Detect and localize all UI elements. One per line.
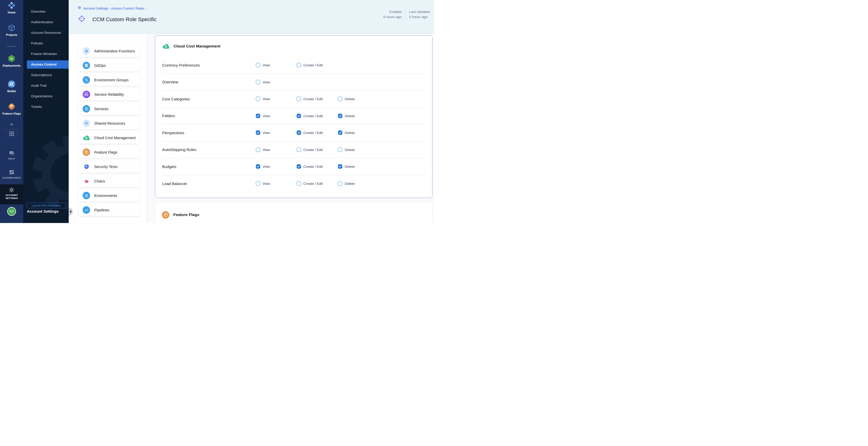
checkbox-autostopping-rules-delete[interactable] [338,148,342,152]
checkbox-load-balancer-delete[interactable] [338,182,342,186]
sidebar-item-organizations[interactable]: Organizations [23,91,69,101]
chaos-arrows-icon [83,177,90,185]
sidebar-item-policies[interactable]: Policies [23,38,69,49]
rail-item-feature-flags[interactable]: Feature Flags [0,102,23,115]
sidebar-item-audit-trail[interactable]: Audit Trail [23,80,69,91]
checkbox-cost-categories-delete[interactable] [338,97,342,101]
permission-load-balancer-delete: Delete [338,182,355,186]
launch-first-generation-button[interactable]: Launch First Generation [27,202,66,208]
flag-circle-icon [162,211,169,219]
resource-card-pipelines[interactable]: Pipelines [78,204,140,216]
resource-card-services[interactable]: Services [78,103,140,115]
hexagon-infinity-icon: ∞ [0,54,23,63]
resource-card-security-tests[interactable]: Security Tests [78,161,140,173]
svg-text:?: ? [10,151,12,154]
last-updated-label: Last Updated [409,9,430,14]
checkbox-folders-view[interactable] [256,114,260,118]
rail-item-builds[interactable]: Builds [0,79,23,93]
checkbox-budgets-view[interactable] [256,164,260,169]
checkbox-currency-preferences-view[interactable] [256,63,260,67]
checkbox-overview-view[interactable] [256,80,260,84]
permission-budgets-delete: Delete [338,164,355,169]
rail-item-home[interactable]: Home [0,1,23,14]
resource-card-cloud-cost-management[interactable]: $Cloud Cost Management [78,132,140,144]
permission-autostopping-rules-delete: Delete [338,148,355,152]
permission-row-perspectives: PerspectivesViewCreate / EditDelete [162,124,425,141]
checkbox-load-balancer-create-edit[interactable] [297,182,301,186]
apps-waffle-button[interactable] [6,131,17,137]
settings-sidebar: OverviewAuthenticationAccount ResourcesP… [23,0,69,223]
rail-item-help[interactable]: ?HELP [0,150,23,160]
gitops-cube-icon [83,62,90,69]
last-updated-value: 5 hours ago [409,14,430,20]
target-crosshair-icon [78,15,86,24]
breadcrumb-separator: › [144,7,146,10]
resource-card-feature-flags[interactable]: Feature Flags [78,146,140,158]
sidebar-item-authentication[interactable]: Authentication [23,17,69,27]
avatar[interactable]: CJ [7,207,16,216]
resource-card-shared-resources[interactable]: Shared Resources [78,117,140,129]
permission-row-currency-preferences: Currency PreferencesViewCreate / Edit [162,57,425,74]
permission-load-balancer-create-edit: Create / Edit [297,182,323,186]
svg-text:∞: ∞ [10,57,13,61]
checkbox-cost-categories-create-edit[interactable] [297,97,301,101]
sidebar-item-tickets[interactable]: Tickets [23,101,69,112]
permission-cost-categories-view: View [256,97,270,101]
checkbox-load-balancer-view[interactable] [256,182,260,186]
checkbox-autostopping-rules-view[interactable] [256,148,260,152]
chevron-down-icon[interactable] [9,124,14,126]
rail-section-divider [0,129,23,129]
checkbox-perspectives-delete[interactable] [338,131,342,135]
sidebar-item-access-control[interactable]: Access Control [27,60,69,69]
permission-budgets-create-edit: Create / Edit [297,164,323,169]
checkbox-autostopping-rules-create-edit[interactable] [297,148,301,152]
compass-search-icon [0,79,23,89]
breadcrumb-link-account-settings[interactable]: Account Settings [83,6,108,10]
checkbox-folders-create-edit[interactable] [297,114,301,118]
cube-icon [0,23,23,33]
permission-row-overview: OverviewView [162,74,425,91]
rail-item-projects[interactable]: Projects [0,23,23,36]
checkbox-cost-categories-view[interactable] [256,97,260,101]
permissions-panel: $ Cloud Cost Management Currency Prefere… [155,35,432,198]
checkbox-budgets-delete[interactable] [338,164,342,169]
gear-icon [78,6,81,10]
resource-card-gitops[interactable]: GitOps [78,59,140,71]
resource-nav-column: Administrative FunctionsGitOpsEnvironmen… [69,34,147,223]
resource-card-administrative-functions[interactable]: Administrative Functions [78,45,140,57]
permission-folders-create-edit: Create / Edit [297,114,323,118]
checkbox-budgets-create-edit[interactable] [297,164,301,169]
chevron-left-icon [69,210,71,213]
checkbox-folders-delete[interactable] [338,114,342,118]
sidebar-item-freeze-windows[interactable]: Freeze Windows [23,49,69,59]
page-title: CCM Custom Role Specific [92,16,156,23]
cloud-dollar-icon: $ [83,134,90,141]
sidebar-item-subscriptions[interactable]: Subscriptions [23,70,69,80]
checkbox-currency-preferences-create-edit[interactable] [297,63,301,67]
shared-resources-icon [83,120,90,127]
grid-dashboard-icon [0,169,23,176]
rail-item-deployments[interactable]: ∞Deployments [0,54,23,67]
main-content: Account Settings › Access Control: Roles… [69,0,434,223]
permission-budgets-view: View [256,164,270,169]
account-settings-label: ACCOUNT [5,194,18,196]
sidebar-item-account-resources[interactable]: Account Resources [23,27,69,38]
resource-card-service-reliability[interactable]: Service Reliability [78,88,140,100]
permission-row-budgets: BudgetsViewCreate / EditDelete [162,158,425,175]
resource-card-chaos[interactable]: Chaos [78,175,140,187]
resource-card-environment-groups[interactable]: Environment Groups [78,74,140,86]
rail-item-account-settings[interactable]: ACCOUNT SETTINGS [0,184,23,204]
checkbox-perspectives-view[interactable] [256,131,260,135]
breadcrumb-link-access-control-roles[interactable]: Access Control: Roles [111,6,144,10]
sidebar-item-overview[interactable]: Overview [23,6,69,17]
permission-autostopping-rules-view: View [256,148,270,152]
resource-card-environments[interactable]: Environments [78,189,140,201]
rail-divider [7,46,16,47]
rail-item-dashboards[interactable]: DASHBOARDS [0,169,23,179]
checkbox-perspectives-create-edit[interactable] [297,131,301,135]
waffle-grid-icon [9,131,14,137]
panel-title: Feature Flags [173,213,199,217]
gear-outline-icon [0,187,23,193]
permission-row-autostopping-rules: AutoStopping RulesViewCreate / EditDelet… [162,141,425,158]
breadcrumb-separator: › [108,7,111,10]
